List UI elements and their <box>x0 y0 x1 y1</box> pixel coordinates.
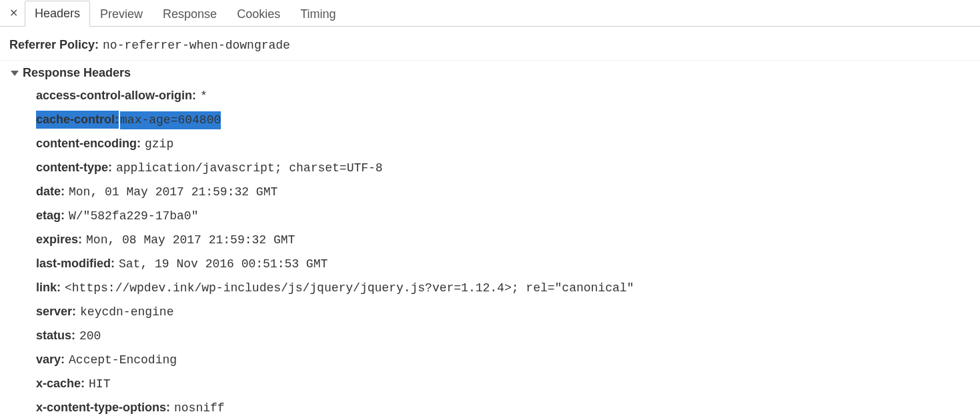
header-value: max-age=604800 <box>120 111 221 129</box>
header-name: status: <box>36 327 75 345</box>
tab-bar: Headers Preview Response Cookies Timing <box>25 0 346 26</box>
tab-headers[interactable]: Headers <box>25 1 90 27</box>
header-value: gzip <box>145 135 173 153</box>
header-name: content-encoding: <box>36 135 141 153</box>
header-value: 200 <box>79 327 101 345</box>
header-value: HIT <box>89 375 110 393</box>
tab-timing[interactable]: Timing <box>290 1 346 27</box>
header-name: x-content-type-options: <box>36 399 170 417</box>
header-value: nosniff <box>174 399 225 417</box>
header-value: no-referrer-when-downgrade <box>103 37 290 55</box>
collapse-triangle-icon <box>11 71 19 76</box>
tab-cookies[interactable]: Cookies <box>227 1 290 27</box>
header-row-x-content-type-options: x-content-type-options: nosniff <box>0 396 980 420</box>
response-headers-section[interactable]: Response Headers <box>0 60 980 84</box>
header-value: application/javascript; charset=UTF-8 <box>116 159 383 177</box>
header-name: content-type: <box>36 159 112 177</box>
header-row-link: link: <https://wpdev.ink/wp-includes/js/… <box>0 276 980 300</box>
header-name: last-modified: <box>36 255 115 273</box>
header-row-content-encoding: content-encoding: gzip <box>0 132 980 156</box>
header-name: access-control-allow-origin: <box>36 87 196 105</box>
header-row-cache-control: cache-control: max-age=604800 <box>0 108 980 132</box>
header-value: Sat, 19 Nov 2016 00:51:53 GMT <box>119 255 328 273</box>
header-row-access-control-allow-origin: access-control-allow-origin: * <box>0 84 980 108</box>
header-name: date: <box>36 183 65 201</box>
header-row-last-modified: last-modified: Sat, 19 Nov 2016 00:51:53… <box>0 252 980 276</box>
header-row-status: status: 200 <box>0 324 980 348</box>
header-name: Referrer Policy: <box>9 36 99 54</box>
header-row-x-cache: x-cache: HIT <box>0 372 980 396</box>
devtools-toolbar: ✕ Headers Preview Response Cookies Timin… <box>0 0 980 27</box>
header-value: Mon, 01 May 2017 21:59:32 GMT <box>69 183 278 201</box>
header-value: <https://wpdev.ink/wp-includes/js/jquery… <box>65 279 634 297</box>
header-value: keycdn-engine <box>80 303 173 321</box>
close-icon[interactable]: ✕ <box>5 7 25 19</box>
tab-response[interactable]: Response <box>153 1 227 27</box>
header-row-server: server: keycdn-engine <box>0 300 980 324</box>
tab-preview[interactable]: Preview <box>90 1 153 27</box>
header-name: expires: <box>36 231 82 249</box>
header-name: x-cache: <box>36 375 85 393</box>
section-title: Response Headers <box>23 66 131 80</box>
header-value: Accept-Encoding <box>69 351 177 369</box>
general-referrer-policy-row: Referrer Policy: no-referrer-when-downgr… <box>0 31 980 60</box>
header-row-date: date: Mon, 01 May 2017 21:59:32 GMT <box>0 180 980 204</box>
header-name: link: <box>36 279 61 297</box>
header-value: Mon, 08 May 2017 21:59:32 GMT <box>86 231 295 249</box>
headers-panel: Referrer Policy: no-referrer-when-downgr… <box>0 27 980 420</box>
header-value: W/"582fa229-17ba0" <box>69 207 198 225</box>
header-name: server: <box>36 303 76 321</box>
header-row-etag: etag: W/"582fa229-17ba0" <box>0 204 980 228</box>
header-row-content-type: content-type: application/javascript; ch… <box>0 156 980 180</box>
header-row-vary: vary: Accept-Encoding <box>0 348 980 372</box>
header-name: vary: <box>36 351 65 369</box>
header-value: * <box>200 87 207 105</box>
header-name: cache-control: <box>36 111 119 129</box>
header-row-expires: expires: Mon, 08 May 2017 21:59:32 GMT <box>0 228 980 252</box>
header-name: etag: <box>36 207 65 225</box>
